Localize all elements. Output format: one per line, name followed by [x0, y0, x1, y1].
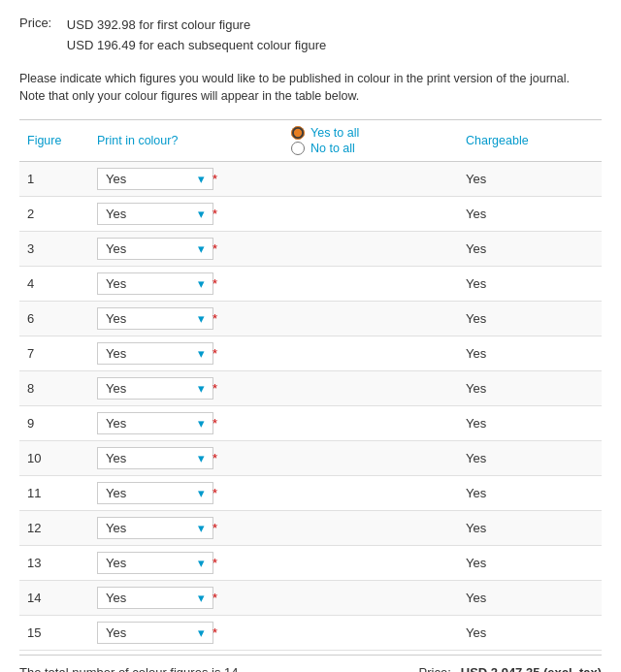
col-header-chargeable: Chargeable [466, 134, 582, 147]
cell-figure: 7 [19, 346, 97, 361]
required-star: * [212, 591, 217, 605]
print-select[interactable]: YesNo [97, 587, 213, 609]
required-star: * [212, 625, 217, 640]
cell-print: YesNo▾* [97, 238, 291, 260]
required-star: * [212, 276, 217, 291]
print-select[interactable]: YesNo [97, 342, 213, 365]
yes-to-all-radio[interactable] [291, 126, 305, 140]
cell-print: YesNo▾* [97, 412, 291, 434]
cell-print: YesNo▾* [97, 447, 291, 469]
cell-figure: 8 [19, 381, 97, 396]
no-to-all-option[interactable]: No to all [291, 142, 466, 155]
cell-chargeable: Yes [466, 346, 582, 361]
cell-chargeable: Yes [466, 451, 582, 465]
cell-print: YesNo▾* [97, 552, 291, 574]
footer: The total number of colour figures is 14… [19, 655, 602, 672]
table-body: 1YesNo▾*Yes2YesNo▾*Yes3YesNo▾*Yes4YesNo▾… [19, 162, 602, 651]
print-select[interactable]: YesNo [97, 412, 213, 434]
cell-chargeable: Yes [466, 625, 582, 640]
no-to-all-radio[interactable] [291, 142, 305, 155]
print-select[interactable]: YesNo [97, 238, 213, 260]
table-header: Figure Print in colour? Yes to all No to… [19, 119, 602, 162]
table-row: 7YesNo▾*Yes [19, 336, 602, 371]
cell-chargeable: Yes [466, 311, 582, 326]
footer-price-label: Price: [419, 665, 451, 672]
table-row: 1YesNo▾*Yes [19, 162, 602, 197]
cell-chargeable: Yes [466, 241, 582, 256]
cell-print: YesNo▾* [97, 587, 291, 609]
cell-figure: 3 [19, 241, 97, 256]
required-star: * [212, 416, 217, 431]
table-row: 10YesNo▾*Yes [19, 441, 602, 476]
col-header-print: Print in colour? [97, 134, 291, 147]
required-star: * [212, 521, 217, 535]
print-select[interactable]: YesNo [97, 203, 213, 225]
cell-print: YesNo▾* [97, 203, 291, 225]
table-row: 15YesNo▾*Yes [19, 616, 602, 651]
cell-print: YesNo▾* [97, 482, 291, 504]
price-line2: USD 196.49 for each subsequent colour fi… [67, 36, 326, 56]
footer-price-value: USD 2,947.35 (excl. tax) [461, 665, 602, 672]
print-select[interactable]: YesNo [97, 482, 213, 504]
print-select[interactable]: YesNo [97, 307, 213, 330]
required-star: * [212, 311, 217, 326]
required-star: * [212, 172, 217, 186]
price-label: Price: [19, 16, 51, 56]
cell-print: YesNo▾* [97, 272, 291, 295]
cell-figure: 10 [19, 451, 97, 465]
cell-figure: 4 [19, 276, 97, 291]
print-select[interactable]: YesNo [97, 517, 213, 539]
print-select[interactable]: YesNo [97, 447, 213, 469]
table-row: 3YesNo▾*Yes [19, 232, 602, 267]
price-section: Price: USD 392.98 for first colour figur… [19, 16, 602, 56]
cell-chargeable: Yes [466, 521, 582, 535]
cell-figure: 1 [19, 172, 97, 186]
cell-figure: 14 [19, 591, 97, 605]
price-line1: USD 392.98 for first colour figure [67, 16, 326, 36]
cell-figure: 9 [19, 416, 97, 431]
cell-figure: 2 [19, 207, 97, 221]
table-row: 13YesNo▾*Yes [19, 546, 602, 581]
required-star: * [212, 486, 217, 500]
cell-print: YesNo▾* [97, 342, 291, 365]
required-star: * [212, 346, 217, 361]
required-star: * [212, 381, 217, 396]
print-select[interactable]: YesNo [97, 552, 213, 574]
print-select[interactable]: YesNo [97, 272, 213, 295]
table-row: 2YesNo▾*Yes [19, 197, 602, 232]
cell-chargeable: Yes [466, 416, 582, 431]
yes-to-all-label: Yes to all [310, 126, 359, 140]
cell-chargeable: Yes [466, 556, 582, 570]
instruction-line2: Note that only your colour figures will … [19, 87, 602, 106]
cell-print: YesNo▾* [97, 517, 291, 539]
print-select[interactable]: YesNo [97, 622, 213, 644]
required-star: * [212, 556, 217, 570]
table-row: 12YesNo▾*Yes [19, 511, 602, 546]
instruction: Please indicate which figures you would … [19, 70, 602, 107]
cell-figure: 6 [19, 311, 97, 326]
no-to-all-label: No to all [310, 142, 355, 155]
footer-total: The total number of colour figures is 14 [19, 665, 419, 672]
cell-print: YesNo▾* [97, 622, 291, 644]
cell-chargeable: Yes [466, 591, 582, 605]
cell-chargeable: Yes [466, 486, 582, 500]
cell-print: YesNo▾* [97, 307, 291, 330]
cell-chargeable: Yes [466, 276, 582, 291]
print-select[interactable]: YesNo [97, 168, 213, 190]
cell-chargeable: Yes [466, 207, 582, 221]
print-select[interactable]: YesNo [97, 377, 213, 400]
cell-print: YesNo▾* [97, 377, 291, 400]
cell-figure: 15 [19, 625, 97, 640]
yes-to-all-option[interactable]: Yes to all [291, 126, 466, 140]
cell-figure: 11 [19, 486, 97, 500]
cell-figure: 12 [19, 521, 97, 535]
required-star: * [212, 241, 217, 256]
table-row: 8YesNo▾*Yes [19, 371, 602, 406]
cell-print: YesNo▾* [97, 168, 291, 190]
table-row: 11YesNo▾*Yes [19, 476, 602, 511]
cell-chargeable: Yes [466, 381, 582, 396]
col-header-radio: Yes to all No to all [291, 126, 466, 155]
col-header-figure: Figure [19, 134, 97, 147]
table-row: 4YesNo▾*Yes [19, 267, 602, 302]
required-star: * [212, 451, 217, 465]
